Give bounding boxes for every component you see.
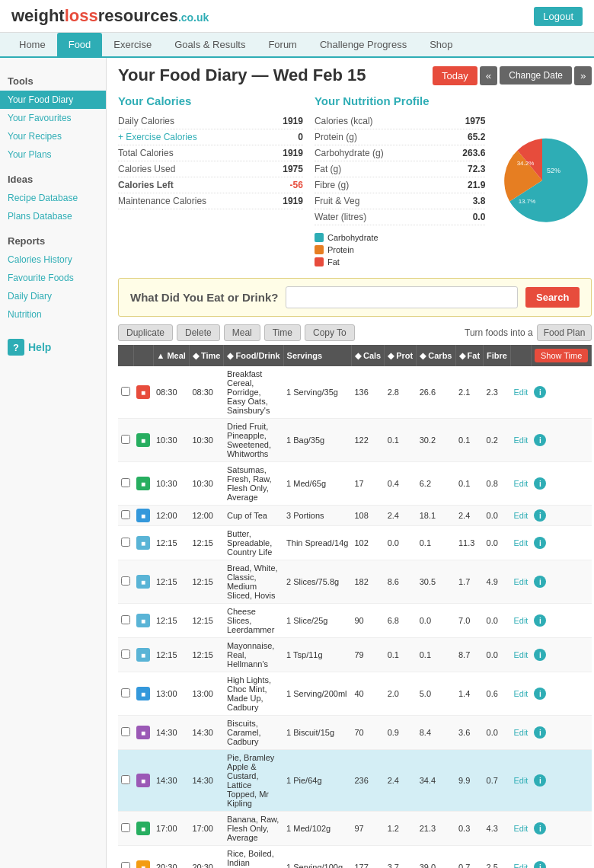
search-input[interactable] [286,286,518,308]
edit-link[interactable]: Edit [513,388,528,397]
row-time2: 12:15 [189,604,224,638]
th-prot[interactable]: ◆ Prot [385,345,417,366]
sidebar-help[interactable]: ? Help [0,331,106,363]
sidebar-item-calories-history[interactable]: Calories History [0,251,106,269]
edit-link[interactable]: Edit [513,824,528,833]
edit-link[interactable]: Edit [513,577,528,586]
info-button[interactable]: i [534,509,546,522]
row-checkbox[interactable] [121,435,130,444]
row-checkbox[interactable] [121,823,130,832]
sidebar: Tools Your Food Diary Your Favourites Yo… [0,58,107,868]
sidebar-item-favourites[interactable]: Your Favourites [0,109,106,127]
row-prot: 3.7 [385,846,417,869]
delete-button-top[interactable]: Delete [177,324,220,341]
row-fibre: 0.2 [484,419,511,462]
sidebar-item-plans-db[interactable]: Plans Database [0,207,106,225]
show-time-button[interactable]: Show Time [535,349,588,362]
info-button[interactable]: i [534,576,546,588]
info-button[interactable]: i [534,386,546,398]
row-time2: 14:30 [189,716,224,750]
row-checkbox[interactable] [121,510,130,519]
table-row: ■ 13:00 13:00 High Lights, Choc Mint, Ma… [118,672,592,716]
nav-food[interactable]: Food [57,33,103,58]
sidebar-item-recipes[interactable]: Your Recipes [0,127,106,145]
edit-link[interactable]: Edit [513,650,528,659]
edit-link[interactable]: Edit [513,689,528,698]
info-button[interactable]: i [534,861,546,868]
food-plan-button-top[interactable]: Food Plan [537,324,592,341]
info-button[interactable]: i [534,477,546,490]
row-checkbox[interactable] [121,649,130,659]
row-checkbox[interactable] [121,387,130,396]
row-checkbox[interactable] [121,538,130,547]
info-button[interactable]: i [534,822,546,834]
sidebar-item-recipe-db[interactable]: Recipe Database [0,189,106,207]
edit-link[interactable]: Edit [513,436,528,445]
edit-link[interactable]: Edit [513,728,528,737]
meal-icon: ■ [136,774,150,787]
row-checkbox[interactable] [121,727,130,736]
stat-maintenance-label: Maintenance Calories [118,196,206,206]
edit-link[interactable]: Edit [513,616,528,625]
sidebar-item-daily-diary[interactable]: Daily Diary [0,287,106,305]
edit-link[interactable]: Edit [513,538,528,547]
search-button[interactable]: Search [525,287,580,308]
duplicate-button-top[interactable]: Duplicate [118,324,173,341]
logout-button[interactable]: Logout [534,7,583,26]
row-cals: 102 [351,526,384,560]
today-button[interactable]: Today [433,66,477,85]
meal-button-top[interactable]: Meal [224,324,260,341]
row-checkbox[interactable] [121,576,130,586]
sidebar-item-food-diary[interactable]: Your Food Diary [0,91,106,109]
th-food[interactable]: ◆ Food/Drink [224,345,283,366]
info-button[interactable]: i [534,774,546,787]
row-checkbox[interactable] [121,862,130,868]
row-checkbox[interactable] [121,615,130,624]
th-fat[interactable]: ◆ Fat [455,345,484,366]
info-button[interactable]: i [534,537,546,549]
next-date-button[interactable]: » [574,66,592,85]
th-icon [133,345,153,366]
copy-to-button-top[interactable]: Copy To [305,324,355,341]
info-button[interactable]: i [534,688,546,700]
search-bar: What Did You Eat or Drink? Search [118,278,592,317]
row-fat: 0.3 [455,812,484,846]
th-cals[interactable]: ◆ Cals [351,345,384,366]
info-button[interactable]: i [534,649,546,661]
th-meal[interactable]: ▲ Meal [153,345,189,366]
prev-date-button[interactable]: « [480,66,497,85]
info-button[interactable]: i [534,726,546,739]
change-date-button[interactable]: Change Date [500,66,572,85]
table-row: ■ 12:15 12:15 Cheese Slices, Leerdammer … [118,604,592,638]
nav-challenge[interactable]: Challenge Progress [308,33,418,58]
nav-exercise[interactable]: Exercise [102,33,163,58]
row-checkbox[interactable] [121,688,130,697]
legend-carb: Carbohydrate [315,233,485,242]
edit-link[interactable]: Edit [513,479,528,488]
stat-fruit-veg: Fruit & Veg 3.8 [315,193,485,209]
row-fibre: 2.5 [484,846,511,869]
nav-goals[interactable]: Goals & Results [163,33,257,58]
nav-shop[interactable]: Shop [418,33,464,58]
th-carbs[interactable]: ◆ Carbs [417,345,455,366]
stat-total-label: Total Calories [118,148,174,158]
edit-link[interactable]: Edit [513,863,528,868]
edit-link[interactable]: Edit [513,511,528,520]
time-button-top[interactable]: Time [264,324,301,341]
sidebar-item-favourite-foods[interactable]: Favourite Foods [0,269,106,287]
meal-icon: ■ [136,385,150,399]
row-time2: 10:30 [189,419,224,462]
row-checkbox[interactable] [121,775,130,784]
th-time[interactable]: ◆ Time [189,345,224,366]
sidebar-item-nutrition[interactable]: Nutrition [0,305,106,324]
row-fat: 0.1 [455,462,484,506]
row-checkbox[interactable] [121,478,130,487]
info-button[interactable]: i [534,614,546,627]
nav-forum[interactable]: Forum [257,33,308,58]
row-time2: 20:30 [189,846,224,869]
info-button[interactable]: i [534,434,546,446]
sidebar-item-plans[interactable]: Your Plans [0,145,106,164]
nav-home[interactable]: Home [8,33,57,58]
row-cals: 90 [351,604,384,638]
edit-link[interactable]: Edit [513,776,528,785]
